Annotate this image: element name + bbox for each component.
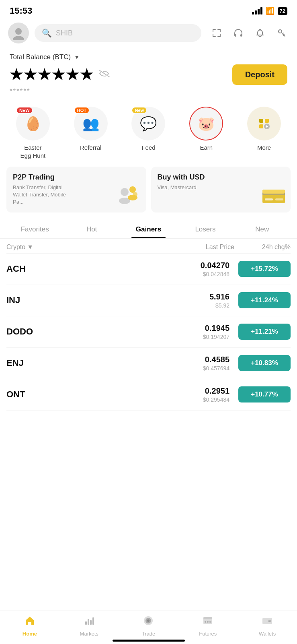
easter-egg-label: EasterEgg Hunt (20, 144, 46, 159)
coin-ach: ACH (6, 264, 149, 274)
earn-label: Earn (200, 144, 213, 152)
key-icon[interactable] (274, 26, 289, 40)
status-icons: 📶 72 (252, 6, 287, 15)
coin-dodo: DODO (6, 326, 149, 337)
credit-card-icon (262, 188, 286, 208)
tab-hot[interactable]: Hot (63, 221, 120, 238)
price-main-dodo: 0.1945 (149, 324, 229, 333)
price-main-inj: 5.916 (149, 292, 229, 301)
market-row-dodo[interactable]: DODO 0.1945 $0.194207 +11.21% (6, 316, 291, 348)
status-bar: 15:53 📶 72 (0, 0, 297, 19)
buy-usd-title: Buy with USD (158, 173, 285, 182)
price-main-ont: 0.2951 (149, 386, 229, 396)
fullscreen-icon[interactable] (209, 26, 224, 40)
battery-indicator: 72 (278, 7, 287, 15)
svg-point-13 (129, 186, 136, 193)
nav-home-label: Home (23, 631, 37, 637)
price-usd-enj: $0.457694 (149, 365, 229, 372)
nav-trade-label: Trade (142, 631, 155, 637)
svg-rect-7 (259, 124, 263, 128)
price-ont: 0.2951 $0.295484 (149, 386, 229, 403)
header-crypto[interactable]: Crypto ▼ (6, 244, 154, 251)
svg-rect-21 (275, 198, 283, 200)
referral-badge: HOT (75, 107, 89, 113)
wifi-icon: 📶 (266, 6, 274, 15)
tab-new[interactable]: New (234, 221, 291, 238)
svg-point-4 (279, 30, 282, 33)
p2p-trading-card[interactable]: P2P Trading Bank Transfer, Digital Walle… (6, 167, 146, 213)
svg-rect-25 (92, 617, 94, 625)
quick-item-referral[interactable]: HOT 👥 Referral (65, 107, 117, 159)
tab-losers[interactable]: Losers (177, 221, 234, 238)
price-inj: 5.916 $5.92 (149, 292, 229, 309)
bell-icon[interactable] (253, 26, 267, 40)
easter-egg-icon-wrap: NEW 🥚 (16, 107, 50, 140)
wallets-icon (262, 615, 273, 629)
market-row-ont[interactable]: ONT 0.2951 $0.295484 +10.77% (6, 379, 291, 411)
price-ach: 0.04270 $0.042848 (149, 261, 229, 277)
nav-futures[interactable]: Futures (178, 615, 238, 637)
coin-ont: ONT (6, 389, 149, 400)
svg-point-15 (133, 192, 137, 197)
market-row-inj[interactable]: INJ 5.916 $5.92 +11.24% (6, 285, 291, 316)
search-row: 🔍 SHIB (0, 19, 297, 47)
markets-icon (84, 615, 95, 629)
balance-section: Total Balance (BTC) ▼ ★★★★★★ Deposit ***… (0, 47, 297, 99)
price-main-enj: 0.4585 (149, 355, 229, 364)
eye-slash-icon[interactable] (99, 70, 110, 80)
change-badge-dodo: +11.21% (238, 324, 291, 340)
market-tabs: Favorites Hot Gainers Losers New (0, 216, 297, 239)
p2p-title: P2P Trading (13, 173, 140, 182)
coin-enj: ENJ (6, 358, 149, 368)
header-last-price: Last Price (154, 244, 234, 251)
feed-label: Feed (141, 144, 155, 152)
status-time: 15:53 (10, 6, 32, 16)
balance-sub-stars: ****** (10, 87, 287, 95)
feed-badge: New (132, 107, 146, 113)
change-inj: +11.24% (234, 292, 291, 308)
tab-favorites[interactable]: Favorites (6, 221, 63, 238)
nav-trade[interactable]: Trade (119, 615, 178, 637)
search-placeholder: SHIB (56, 29, 73, 37)
svg-point-28 (147, 619, 150, 622)
header-crypto-dropdown: ▼ (27, 244, 33, 251)
quick-item-more[interactable]: More (238, 107, 290, 159)
nav-home[interactable]: Home (0, 615, 59, 637)
nav-markets[interactable]: Markets (59, 615, 119, 637)
avatar[interactable] (8, 23, 29, 43)
svg-point-0 (15, 28, 22, 35)
balance-main-row: ★★★★★★ Deposit (10, 64, 287, 85)
nav-futures-label: Futures (199, 631, 217, 637)
balance-dropdown-icon[interactable]: ▼ (74, 54, 80, 60)
nav-wallets[interactable]: Wallets (238, 615, 297, 637)
market-row-enj[interactable]: ENJ 0.4585 $0.457694 +10.83% (6, 348, 291, 379)
price-usd-dodo: $0.194207 (149, 334, 229, 340)
header-icons (209, 26, 289, 40)
change-badge-inj: +11.24% (238, 292, 291, 308)
quick-item-easter-egg-hunt[interactable]: NEW 🥚 EasterEgg Hunt (7, 107, 59, 159)
header-change: 24h chg% (234, 244, 291, 251)
svg-rect-30 (203, 617, 212, 619)
svg-rect-19 (262, 190, 285, 194)
signal-icon (252, 7, 262, 14)
market-table-header: Crypto ▼ Last Price 24h chg% (6, 239, 291, 254)
quick-item-feed[interactable]: New 💬 Feed (122, 107, 174, 159)
tab-gainers[interactable]: Gainers (120, 221, 177, 238)
market-row-ach[interactable]: ACH 0.04270 $0.042848 +15.72% (6, 254, 291, 285)
balance-stars: ★★★★★★ (10, 66, 110, 83)
search-input[interactable]: 🔍 SHIB (35, 24, 201, 42)
balance-label-row: Total Balance (BTC) ▼ (10, 53, 287, 61)
quick-item-earn[interactable]: 🐷 Earn (180, 107, 232, 159)
more-icon-wrap (247, 107, 281, 140)
coin-inj: INJ (6, 295, 149, 305)
buy-usd-card[interactable]: Buy with USD Visa, Mastercard (151, 167, 291, 213)
trade-icon (143, 615, 154, 629)
headphone-icon[interactable] (231, 26, 246, 40)
price-dodo: 0.1945 $0.194207 (149, 324, 229, 340)
cards-row: P2P Trading Bank Transfer, Digital Walle… (0, 163, 297, 216)
svg-rect-33 (209, 621, 211, 623)
deposit-button[interactable]: Deposit (232, 64, 287, 85)
change-enj: +10.83% (234, 355, 291, 371)
balance-hidden-value: ★★★★★★ (10, 66, 94, 83)
price-enj: 0.4585 $0.457694 (149, 355, 229, 372)
